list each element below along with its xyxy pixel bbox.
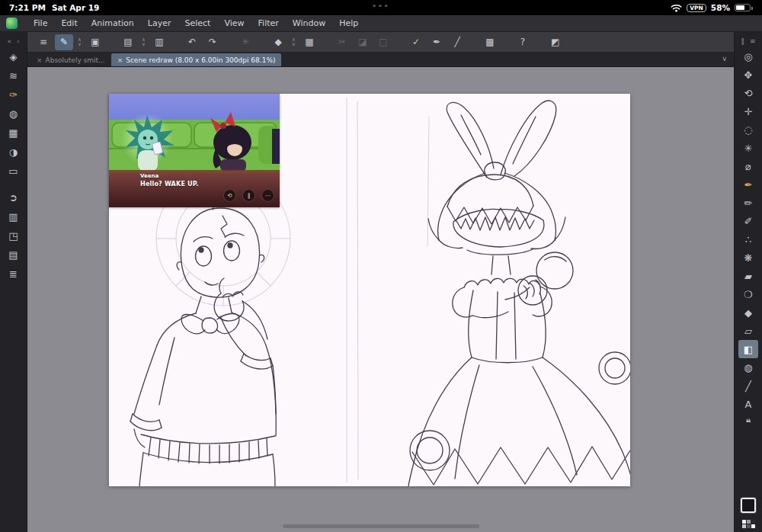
navigator-palette-button[interactable]: ➲ [4,188,24,207]
line-correction-tool-button[interactable]: ╱ [738,377,758,395]
drawing-canvas[interactable]: Veena Hello? WAKE UP. ⟲‖⋯ [109,94,630,486]
frame-icon: □ [379,37,387,47]
hand-tool-button[interactable]: ✥ [738,66,758,84]
balloon-tool-button[interactable]: ❝ [738,413,758,431]
airbrush-tool-button[interactable]: ∴ [738,230,758,248]
chevron-down-icon[interactable]: ∨ [78,42,82,46]
brush-tool-button[interactable]: ✐ [738,212,758,230]
move-tool-button[interactable]: ✛ [738,102,758,120]
color-wheel-palette-button[interactable]: ◍ [4,104,24,123]
undo-button[interactable]: ↶ [183,34,201,50]
right-tool-rail: ‖≡◎✥⟲✛◌✳⌀✒✏✐∴❋▰❍◆▱◧◍╱A❝ [734,32,762,532]
fill-tool-button[interactable]: ◍ [738,358,758,377]
import-button[interactable]: ▥ [150,34,168,50]
layer-panel-icon: ≣ [9,268,18,280]
rotate-tool-button[interactable]: ⟲ [738,84,758,102]
gradient-tool-button[interactable]: ◧ [738,340,758,358]
reference-window-icon: ◩ [551,37,559,47]
menu-layer[interactable]: Layer [141,18,178,28]
eraser-tool-button[interactable]: ▰ [738,267,758,285]
brush-size-palette-button[interactable]: ✑ [4,85,24,104]
menu-window[interactable]: Window [286,18,332,28]
pause-button[interactable]: ‖ [242,189,255,202]
more-button[interactable]: ⋯ [261,189,274,202]
tool-stepper[interactable]: ∧∨ [75,37,84,46]
blend-mode-button[interactable]: ◆ [269,34,287,50]
current-tool-button[interactable]: ✎ [55,34,73,50]
copy-merged-icon: ◪ [358,37,367,47]
canvas-stepper[interactable]: ∧∨ [139,37,148,46]
document-tab[interactable]: ×Absolutely smit... [30,53,111,66]
snap-ruler-button[interactable]: ✓ [407,34,425,50]
expand-rail-icon[interactable]: › [17,37,20,45]
menu-help[interactable]: Help [332,18,365,28]
navigator-icon: ➲ [9,192,18,204]
shortcut-keypad-button[interactable]: ▩ [481,34,499,50]
redo-button[interactable]: ↷ [203,34,222,50]
text-tool-button[interactable]: A [738,395,758,413]
tab-overflow-chevron-icon[interactable]: ∨ [722,55,727,62]
tool-property-palette-button[interactable]: ≋ [4,66,24,85]
reference-player-window[interactable]: Veena Hello? WAKE UP. ⟲‖⋯ [109,94,280,207]
clip-studio-logo-icon[interactable] [6,18,18,29]
layer-property-icon: ▤ [8,249,18,261]
sub-tool-palette-button[interactable]: ◳ [4,226,24,245]
layer-property-palette-button[interactable]: ▤ [4,245,24,264]
snap-special-button[interactable]: ✒ [427,34,446,50]
liquify-tool-button[interactable]: ◆ [738,303,758,322]
menu-edit[interactable]: Edit [54,18,84,28]
reference-window-button[interactable]: ◩ [546,34,565,50]
menu-file[interactable]: File [27,18,54,28]
blend-stepper[interactable]: ∧∨ [290,37,298,46]
color-set-palette-button[interactable]: ▦ [4,123,24,143]
chevron-down-icon[interactable]: ∨ [292,42,296,46]
material-palette-button[interactable]: ▥ [4,207,24,226]
auto-select-tool-button[interactable]: ✳ [738,139,758,157]
close-tab-icon[interactable]: × [37,56,43,64]
blend-tool-button[interactable]: ❍ [738,285,758,303]
chevron-down-icon[interactable]: ∨ [142,42,146,46]
pencil-tool-button[interactable]: ✏ [738,194,758,212]
zoom-tool-button[interactable]: ◎ [738,47,758,66]
menu-select[interactable]: Select [178,18,218,28]
menu-animation[interactable]: Animation [85,18,141,28]
selection-tool-button[interactable]: ◌ [738,120,758,139]
operation-tool-button[interactable]: ▣ [86,34,104,50]
redo-icon: ↷ [209,37,216,47]
copy-merged-button[interactable]: ◪ [354,34,372,50]
color-slider-palette-button[interactable]: ◑ [4,143,24,162]
document-tab[interactable]: ×Scene redraw (8.00 x 6.00in 300dpi 68.1… [111,53,282,66]
pen-tool-button[interactable]: ✒ [738,175,758,194]
main-menu-button[interactable]: ≡ [34,34,53,50]
layer-panel-palette-button[interactable]: ≣ [4,264,24,284]
liquify-icon: ◆ [744,307,752,319]
quick-access-palette-button[interactable]: ◈ [4,47,24,66]
replay-button[interactable]: ⟲ [223,189,236,202]
home-indicator[interactable] [283,524,479,528]
cut-button[interactable]: ✂ [333,34,351,50]
decoration-tool-button[interactable]: ❋ [738,248,758,267]
main-color-swatch[interactable] [741,498,756,513]
menu-view[interactable]: View [217,18,251,28]
brush-icon: ✐ [744,216,753,227]
main-menu-icon: ≡ [40,37,47,47]
sync-indicator-button[interactable]: ✳ [236,34,255,50]
palette-menu-icon[interactable]: ≡ [750,37,756,45]
dock-handle-icon[interactable]: ‖ [741,37,744,45]
menu-filter[interactable]: Filter [251,18,286,28]
figure-tool-button[interactable]: ▱ [738,322,758,340]
collapse-rail-icon[interactable]: « [7,37,11,45]
snap-guide-button[interactable]: ╱ [448,34,466,50]
crop-button[interactable]: ▦ [300,34,319,50]
canvas-settings-icon: ▤ [123,37,132,47]
help-button[interactable]: ? [514,34,532,50]
fill-icon: ◍ [744,362,752,373]
close-tab-icon[interactable]: × [117,56,123,64]
frame-button[interactable]: □ [374,34,392,50]
eyedropper-tool-button[interactable]: ⌀ [738,157,758,175]
sub-view-palette-button[interactable]: ▭ [4,162,24,181]
color-set-icon[interactable] [742,520,755,528]
status-left: 7:21 PM Sat Apr 19 [9,3,99,12]
shortcut-keypad-icon: ▩ [485,37,494,47]
canvas-settings-button[interactable]: ▤ [119,34,137,50]
